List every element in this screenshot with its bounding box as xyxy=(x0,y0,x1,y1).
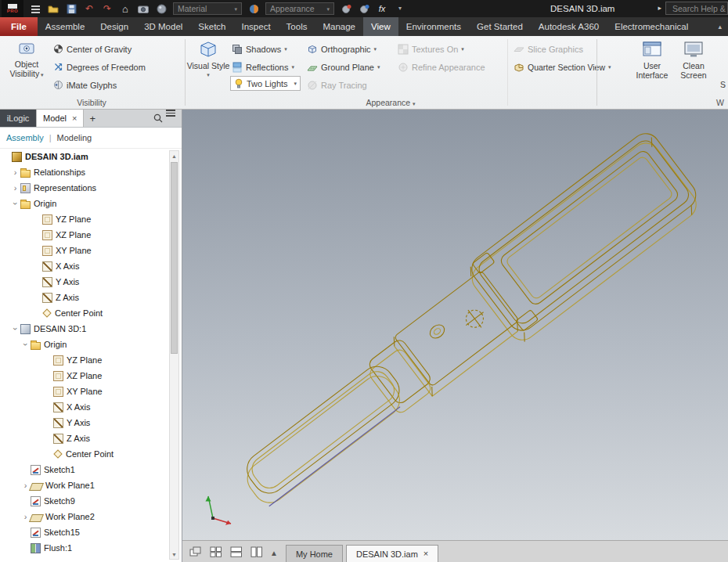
tree-item[interactable]: ›Representations xyxy=(0,180,168,196)
tab-get-started[interactable]: Get Started xyxy=(469,17,531,36)
tab-model[interactable]: Model × xyxy=(36,110,84,127)
ground-plane-button[interactable]: Ground Plane ▾ xyxy=(305,58,381,76)
viewport-3d[interactable] xyxy=(182,110,728,540)
tab-file[interactable]: File xyxy=(0,17,38,36)
assembly-mode-link[interactable]: Assembly xyxy=(6,133,44,142)
tree-item[interactable]: Flush:1 xyxy=(0,540,168,556)
save-icon[interactable] xyxy=(65,2,77,15)
app-logo[interactable]: PRO xyxy=(2,0,23,17)
tree-scrollbar[interactable]: ▲ ▼ xyxy=(169,150,179,560)
object-visibility-button[interactable]: Object Visibility ▾ xyxy=(3,39,50,78)
tree-item[interactable]: Center Point xyxy=(0,446,168,462)
search-icon[interactable] xyxy=(150,110,166,127)
shadows-button[interactable]: Shadows ▾ xyxy=(230,40,301,58)
imate-glyphs-button[interactable]: iMate Glyphs xyxy=(52,76,147,94)
ribbon-collapse-icon[interactable]: ▴ xyxy=(712,17,728,36)
scrollbar-thumb[interactable] xyxy=(171,162,178,354)
user-interface-button[interactable]: User Interface xyxy=(631,39,673,80)
scrollbar-down-icon[interactable]: ▼ xyxy=(170,549,178,559)
close-document-icon[interactable]: × xyxy=(423,549,428,558)
orthographic-button[interactable]: Orthographic ▾ xyxy=(305,40,381,58)
tab-view[interactable]: View xyxy=(363,17,398,36)
tree-item[interactable]: ›Work Plane1 xyxy=(0,477,168,493)
visual-style-button[interactable]: Visual Style ▾ xyxy=(186,39,230,77)
clipped-switch-button[interactable]: S xyxy=(720,80,726,89)
tile-horizontal-icon[interactable] xyxy=(228,544,245,560)
tree-item[interactable]: XZ Plane xyxy=(0,368,168,384)
center-of-gravity-button[interactable]: Center of Gravity xyxy=(52,40,147,58)
tree-item[interactable]: XZ Plane xyxy=(0,227,168,243)
tree-expander-icon[interactable]: › xyxy=(21,481,30,490)
tab-my-home[interactable]: My Home xyxy=(286,545,343,562)
tree-item[interactable]: XY Plane xyxy=(0,384,168,399)
file-menu-icon[interactable] xyxy=(29,2,41,15)
tree-item[interactable]: ›Work Plane2 xyxy=(0,509,168,524)
view-triad[interactable] xyxy=(206,496,232,525)
tree-item[interactable]: Sketch9 xyxy=(0,493,168,509)
tree-item[interactable]: XY Plane xyxy=(0,243,168,258)
tree-item[interactable]: X Axis xyxy=(0,258,168,274)
tab-design[interactable]: Design xyxy=(92,17,136,36)
tab-ilogic[interactable]: iLogic xyxy=(0,110,36,127)
lights-combo[interactable]: Two Lights ▾ xyxy=(230,76,301,91)
tree-item[interactable]: ›Relationships xyxy=(0,164,168,180)
tile-windows-icon[interactable] xyxy=(207,544,225,560)
tab-3d-model[interactable]: 3D Model xyxy=(136,17,190,36)
scrollbar-up-icon[interactable]: ▲ xyxy=(170,151,178,160)
capture-icon[interactable] xyxy=(137,2,150,15)
tab-document[interactable]: DESAIN 3D.iam × xyxy=(346,545,438,562)
clean-screen-button[interactable]: Clean Screen xyxy=(674,39,713,80)
adjust-material-icon[interactable] xyxy=(340,2,352,15)
adjust-color-icon[interactable] xyxy=(358,2,370,15)
tree-expander-icon[interactable]: › xyxy=(21,512,30,521)
tab-sketch[interactable]: Sketch xyxy=(190,17,233,36)
tree-item[interactable]: Sketch15 xyxy=(0,524,168,540)
tree-item[interactable]: Z Axis xyxy=(0,290,168,305)
degrees-of-freedom-button[interactable]: Degrees of Freedom xyxy=(52,58,147,76)
tab-assemble[interactable]: Assemble xyxy=(38,17,93,36)
wireframe-model[interactable] xyxy=(222,128,706,528)
appearance-combo[interactable]: Appearance ▾ xyxy=(265,2,334,15)
open-folder-icon[interactable] xyxy=(47,2,59,15)
tree-item[interactable]: DESAIN 3D.iam xyxy=(0,149,168,164)
tab-environments[interactable]: Environments xyxy=(398,17,469,36)
tree-item[interactable]: Y Axis xyxy=(0,274,168,290)
home-icon[interactable]: ⌂ xyxy=(119,2,132,15)
menu-icon[interactable] xyxy=(166,110,175,127)
tab-electromechanical[interactable]: Electromechanical xyxy=(607,17,696,36)
tree-item[interactable]: YZ Plane xyxy=(0,211,168,227)
tree-item[interactable]: Y Axis xyxy=(0,415,168,431)
tree-item[interactable]: Center Point xyxy=(0,305,168,321)
tree-item[interactable]: X Axis xyxy=(0,399,168,415)
tree-item[interactable]: Sketch1 xyxy=(0,462,168,477)
tree-item[interactable]: ›Origin xyxy=(0,196,168,211)
quarter-section-view-button[interactable]: Quarter Section View ▾ xyxy=(512,58,613,76)
tree-expander-icon[interactable]: › xyxy=(21,340,31,349)
modeling-mode-link[interactable]: Modeling xyxy=(57,133,92,142)
undo-icon[interactable]: ↶ xyxy=(83,2,96,15)
parameters-fx-icon[interactable]: fx xyxy=(376,2,388,15)
material-combo[interactable]: Material ▾ xyxy=(173,2,242,15)
tree-item[interactable]: ›DESAIN 3D:1 xyxy=(0,321,168,337)
tree-expander-icon[interactable]: › xyxy=(11,168,20,177)
chevron-right-icon[interactable]: ▸ xyxy=(658,5,661,12)
tree-item[interactable]: YZ Plane xyxy=(0,352,168,368)
tile-vertical-icon[interactable] xyxy=(248,544,265,560)
add-tab-button[interactable]: + xyxy=(84,110,101,127)
reflections-button[interactable]: Reflections ▾ xyxy=(230,58,301,76)
tree-expander-icon[interactable]: › xyxy=(11,325,20,333)
close-tab-icon[interactable]: × xyxy=(72,114,77,123)
redo-icon[interactable]: ↷ xyxy=(101,2,114,15)
tree-expander-icon[interactable]: › xyxy=(11,183,20,193)
toolbar-overflow-caret-icon[interactable]: ▾ xyxy=(394,2,406,15)
tree-item[interactable]: ›Origin xyxy=(0,337,168,352)
tab-inspect[interactable]: Inspect xyxy=(234,17,279,36)
appearance-group-label[interactable]: Appearance ▾ xyxy=(185,98,596,107)
help-search-input[interactable]: Search Help & xyxy=(665,2,728,15)
tree-expander-icon[interactable]: › xyxy=(11,200,20,208)
tab-manage[interactable]: Manage xyxy=(315,17,363,36)
cascade-windows-icon[interactable] xyxy=(187,544,204,560)
expand-tabs-icon[interactable]: ▲ xyxy=(270,549,278,557)
tree-item[interactable]: Z Axis xyxy=(0,431,168,446)
tab-autodesk-a360[interactable]: Autodesk A360 xyxy=(531,17,607,36)
